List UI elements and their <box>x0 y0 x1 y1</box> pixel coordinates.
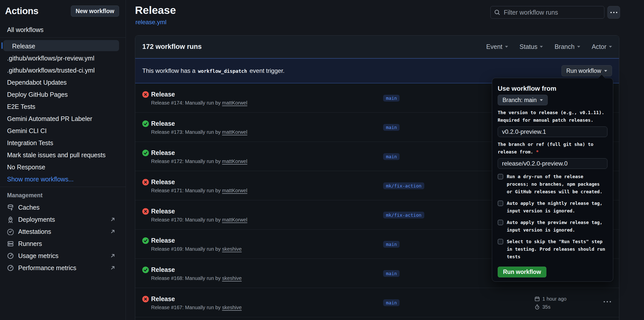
sidebar-item-workflow[interactable]: E2E Tests <box>3 101 119 112</box>
run-status-icon <box>142 91 149 98</box>
checkbox-label: Auto apply the preview release tag, inpu… <box>507 219 607 234</box>
run-description: Release #169: Manually run by skeshive <box>151 246 242 252</box>
run-description: Release #167: Manually run by skeshive <box>151 305 242 310</box>
checkbox-label: Select to skip the "Run Tests" step in t… <box>507 238 607 261</box>
sidebar-item-workflow[interactable]: Deploy GitHub Pages <box>3 88 119 100</box>
run-actor-link[interactable]: skeshive <box>222 246 242 252</box>
run-title-link[interactable]: Release <box>151 120 175 127</box>
run-options-kebab[interactable] <box>604 301 611 302</box>
branch-badge[interactable]: main <box>383 124 400 131</box>
filter-workflow-runs-input[interactable] <box>490 6 604 19</box>
run-time: 1 hour ago <box>542 296 567 302</box>
management-item[interactable]: Caches <box>0 201 126 213</box>
runs-filter-dropdown[interactable]: Event <box>486 43 508 50</box>
run-title-link[interactable]: Release <box>151 91 175 98</box>
management-item-label: Attestations <box>18 228 51 235</box>
run-workflow-dropdown-button[interactable]: Run workflow <box>562 65 612 76</box>
sidebar-divider <box>0 37 126 38</box>
checkbox[interactable] <box>498 239 503 244</box>
external-link-icon <box>110 217 116 222</box>
branch-badge[interactable]: main <box>383 95 400 102</box>
workflow-run-row[interactable]: Release Release #167: Manually run by sk… <box>135 288 619 317</box>
checkbox[interactable] <box>498 201 503 206</box>
management-item-icon <box>7 240 14 247</box>
run-description: Release #171: Manually run by mattKorwel <box>151 188 247 194</box>
checkbox[interactable] <box>498 220 503 225</box>
ref-input[interactable] <box>498 158 607 169</box>
run-title-link[interactable]: Release <box>151 266 175 273</box>
run-title-link[interactable]: Release <box>151 208 175 215</box>
chevron-down-icon <box>505 46 508 48</box>
branch-badge[interactable]: main <box>383 270 400 277</box>
sidebar-item-workflow[interactable]: Integration Tests <box>3 137 119 148</box>
management-item[interactable]: Runners <box>0 238 126 250</box>
chevron-down-icon <box>577 46 580 48</box>
branch-badge[interactable]: main <box>383 153 400 160</box>
sidebar-item-release-selected[interactable]: Release <box>3 40 119 51</box>
new-workflow-button[interactable]: New workflow <box>71 6 119 17</box>
workflow-file-link[interactable]: release.yml <box>135 19 166 26</box>
management-item[interactable]: Attestations <box>0 226 126 238</box>
branch-badge[interactable]: main <box>383 299 400 306</box>
management-item-icon <box>7 216 14 223</box>
management-section-label: Management <box>7 192 126 199</box>
chevron-down-icon <box>540 46 543 48</box>
runs-filter-dropdown[interactable]: Actor <box>592 43 612 50</box>
sidebar-item-workflow[interactable]: Gemini CLI CI <box>3 125 119 136</box>
stopwatch-icon <box>535 304 540 310</box>
run-workflow-dropdown-panel: Use workflow from Branch: main The versi… <box>492 78 613 282</box>
chevron-down-icon <box>540 99 543 101</box>
run-actor-link[interactable]: skeshive <box>222 305 242 310</box>
run-title-link[interactable]: Release <box>151 237 175 244</box>
management-item-label: Performance metrics <box>18 264 76 272</box>
run-actor-link[interactable]: mattKorwel <box>222 188 247 193</box>
runs-filter-dropdown[interactable]: Branch <box>554 43 580 50</box>
sidebar-item-workflow[interactable]: Dependabot Updates <box>3 76 119 87</box>
run-description: Release #170: Manually run by mattKorwel <box>151 217 247 223</box>
external-link-icon <box>110 265 116 271</box>
branch-badge[interactable]: mk/fix-action <box>383 182 424 189</box>
branch-badge[interactable]: mk/fix-action <box>383 212 424 218</box>
run-status-icon <box>142 208 149 215</box>
chevron-down-icon <box>609 46 612 48</box>
checkbox[interactable] <box>498 174 503 179</box>
sidebar-item-workflow[interactable]: Mark stale issues and pull requests <box>3 149 119 160</box>
management-item[interactable]: Deployments <box>0 213 126 226</box>
run-duration: 35s <box>542 304 550 310</box>
sidebar-item-workflow[interactable]: .github/workflows/pr-review.yml <box>3 52 119 63</box>
run-actor-link[interactable]: skeshive <box>222 275 242 281</box>
sidebar-item-all-workflows[interactable]: All workflows <box>3 24 119 35</box>
dropdown-checkbox-row: Auto apply the nightly release tag, inpu… <box>498 200 607 215</box>
branch-select-button[interactable]: Branch: main <box>498 95 548 105</box>
run-status-icon <box>142 296 149 302</box>
sidebar-item-workflow[interactable]: No Response <box>3 161 119 172</box>
run-actor-link[interactable]: mattKorwel <box>222 217 247 222</box>
run-actor-link[interactable]: mattKorwel <box>222 129 247 135</box>
run-title-link[interactable]: Release <box>151 149 175 156</box>
external-link-icon <box>110 229 116 234</box>
workflow-options-kebab-button[interactable] <box>607 6 620 19</box>
workflow-dispatch-code: workflow_dispatch <box>195 68 249 74</box>
runs-filter-dropdown[interactable]: Status <box>520 43 543 50</box>
sidebar-item-workflow[interactable]: .github/workflows/trusted-ci.yml <box>3 64 119 75</box>
version-input[interactable] <box>498 126 607 137</box>
search-icon <box>494 9 500 15</box>
management-item[interactable]: Usage metrics <box>0 250 126 262</box>
run-description: Release #174: Manually run by mattKorwel <box>151 100 247 106</box>
management-item[interactable]: Performance metrics <box>0 262 126 274</box>
page-title: Release <box>135 4 176 16</box>
run-description: Release #172: Manually run by mattKorwel <box>151 158 247 164</box>
management-item-icon <box>7 204 14 211</box>
show-more-workflows-link[interactable]: Show more workflows... <box>3 173 119 184</box>
run-title-link[interactable]: Release <box>151 178 175 186</box>
sidebar-title: Actions <box>5 6 38 16</box>
sidebar-item-workflow[interactable]: Gemini Automated PR Labeler <box>3 113 119 124</box>
run-actor-link[interactable]: mattKorwel <box>222 100 247 106</box>
run-workflow-submit-button[interactable]: Run workflow <box>498 267 546 277</box>
dropdown-heading: Use workflow from <box>498 85 607 92</box>
version-field-description: The version to release (e.g., v0.1.11). … <box>498 109 607 124</box>
run-actor-link[interactable]: mattKorwel <box>222 158 247 164</box>
management-item-icon <box>7 252 14 259</box>
branch-badge[interactable]: main <box>383 241 400 248</box>
run-title-link[interactable]: Release <box>151 295 175 303</box>
